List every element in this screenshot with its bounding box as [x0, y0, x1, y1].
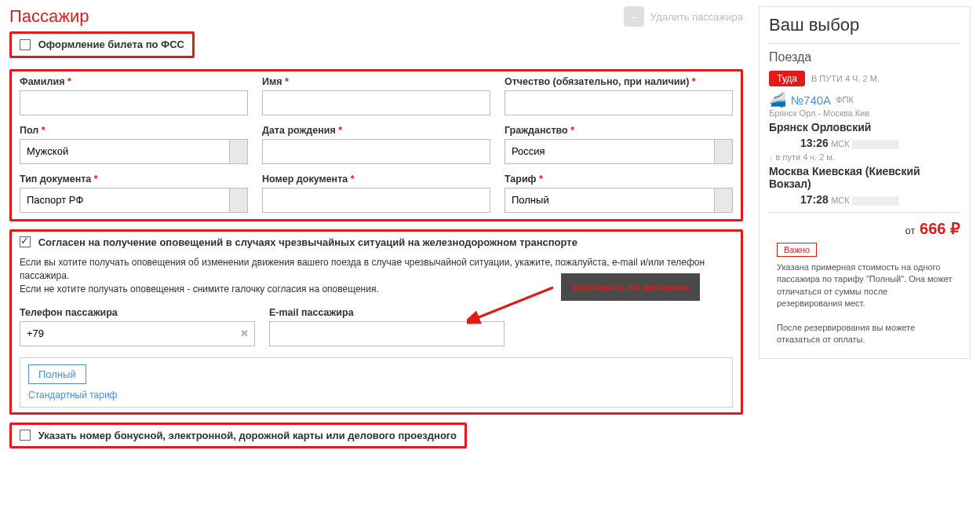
carrier: ФПК [836, 95, 854, 104]
price-note: Указана примерная стоимость на одного па… [777, 262, 953, 310]
gender-select[interactable] [20, 139, 248, 164]
side-title: Ваш выбор [769, 15, 960, 35]
patronymic-label: Отчество (обязательно, при наличии) * [505, 76, 733, 87]
delete-passenger[interactable]: – Удалить пассажира [624, 6, 743, 27]
train-number[interactable]: №740А [791, 93, 831, 107]
travel-time: В ПУТИ 4 Ч. 2 М. [811, 74, 880, 83]
bonus-label: Указать номер бонусной, электронной, дор… [38, 430, 457, 441]
passenger-title: Пассажир [9, 6, 89, 27]
tariff-select[interactable] [505, 188, 733, 213]
phone-input[interactable] [20, 321, 255, 346]
from-station: Брянск Орловский [769, 121, 960, 134]
price: от 666 ₽ [769, 219, 960, 238]
firstname-label: Имя * [262, 76, 490, 87]
clear-icon[interactable]: ✖ [240, 328, 249, 339]
patronymic-input[interactable] [505, 90, 733, 115]
tariff-label: Тариф * [505, 174, 733, 185]
date-placeholder [852, 140, 899, 149]
to-time: 17:28 [800, 193, 829, 206]
to-station: Москва Киевская (Киевский Вокзал) [769, 165, 960, 190]
svg-line-0 [475, 287, 553, 319]
lastname-input[interactable] [20, 90, 248, 115]
from-time: 13:26 [800, 137, 829, 149]
phone-label: Телефон пассажира [20, 307, 255, 318]
citizenship-label: Гражданство * [505, 125, 733, 136]
side-subtitle: Поезда [769, 50, 960, 64]
bonus-checkbox[interactable] [20, 430, 31, 441]
firstname-input[interactable] [262, 90, 490, 115]
route-text: Брянск Орл - Москва Кив [769, 108, 960, 118]
docnum-label: Номер документа * [262, 174, 490, 185]
train-icon: 🚄 [769, 91, 786, 108]
notify-label: Согласен на получение оповещений в случа… [38, 236, 577, 248]
doctype-label: Тип документа * [20, 174, 248, 185]
gender-label: Пол * [20, 125, 248, 136]
date-placeholder [852, 196, 899, 206]
tariff-link[interactable]: Стандартный тариф [28, 390, 117, 401]
tariff-summary: Полный Стандартный тариф [20, 357, 733, 408]
fss-label: Оформление билета по ФСС [38, 38, 184, 50]
dob-input[interactable] [262, 139, 490, 164]
delete-label: Удалить пассажира [650, 11, 743, 23]
docnum-input[interactable] [262, 188, 490, 213]
arrow-icon [467, 280, 561, 327]
reserve-note: После резервирования вы можете отказатьс… [777, 322, 953, 346]
direction-badge: Туда [769, 71, 805, 86]
doctype-select[interactable] [20, 188, 248, 213]
fss-checkbox[interactable] [20, 39, 31, 50]
annotation-optional: заполнять по желанию [561, 273, 700, 301]
tariff-button[interactable]: Полный [28, 364, 86, 384]
lastname-label: Фамилия * [20, 76, 248, 87]
arrow-down-icon: ↓ [769, 152, 774, 162]
notify-checkbox[interactable] [20, 236, 31, 247]
citizenship-select[interactable] [505, 139, 733, 164]
minus-icon: – [624, 6, 644, 27]
important-badge: Важно [777, 243, 817, 257]
dob-label: Дата рождения * [262, 125, 490, 136]
